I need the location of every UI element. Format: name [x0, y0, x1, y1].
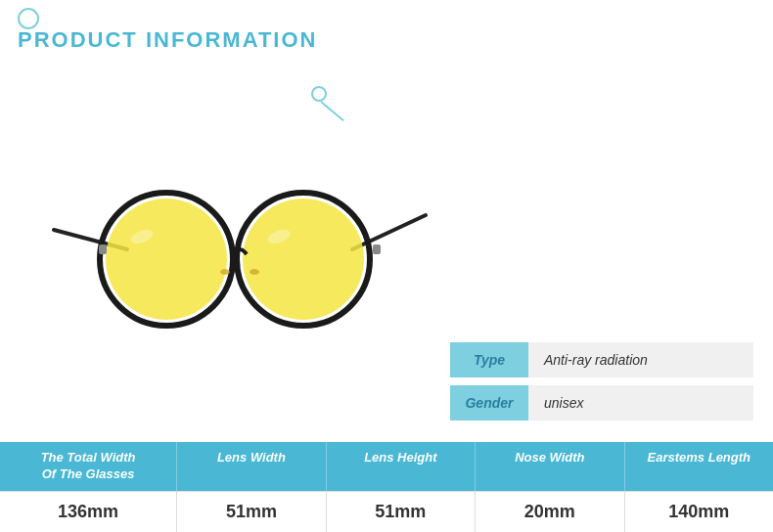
svg-point-3: [106, 199, 227, 320]
specs-values-row: 136mm 51mm 51mm 20mm 140mm: [0, 491, 773, 532]
specs-table: The Total WidthOf The Glasses Lens Width…: [0, 442, 773, 532]
specs-header-lens-width: Lens Width: [177, 442, 326, 491]
svg-rect-9: [99, 244, 107, 254]
specs-value-lens-width: 51mm: [177, 492, 326, 532]
gender-label: Gender: [450, 385, 528, 421]
type-label: Type: [450, 342, 528, 377]
page-container: PRODUCT INFORMATION: [0, 0, 773, 532]
gender-row: Gender unisex: [450, 385, 753, 421]
specs-value-total-width: 136mm: [0, 492, 177, 532]
svg-point-7: [220, 269, 230, 275]
specs-value-lens-height: 51mm: [327, 492, 476, 532]
type-row: Type Anti-ray radiation: [450, 342, 753, 377]
specs-value-earstems-length: 140mm: [625, 492, 773, 532]
specs-header-nose-width: Nose Width: [476, 442, 624, 491]
specs-value-nose-width: 20mm: [476, 492, 624, 532]
deco-circle-topright: [311, 86, 327, 102]
svg-point-5: [243, 199, 364, 320]
svg-rect-10: [373, 244, 381, 254]
glasses-svg: [44, 156, 435, 352]
specs-header-row: The Total WidthOf The Glasses Lens Width…: [0, 442, 773, 491]
deco-line: [320, 101, 343, 121]
deco-circle-topleft: [18, 8, 39, 29]
specs-header-earstems-length: Earstems Length: [625, 442, 773, 491]
glasses-image-area: [29, 147, 450, 362]
gender-value: unisex: [528, 385, 753, 421]
type-value: Anti-ray radiation: [528, 342, 753, 377]
product-title: PRODUCT INFORMATION: [18, 27, 317, 53]
info-box-area: Type Anti-ray radiation Gender unisex: [450, 342, 753, 428]
specs-header-lens-height: Lens Height: [327, 442, 476, 491]
specs-header-total-width: The Total WidthOf The Glasses: [0, 442, 177, 491]
svg-point-8: [250, 269, 259, 275]
